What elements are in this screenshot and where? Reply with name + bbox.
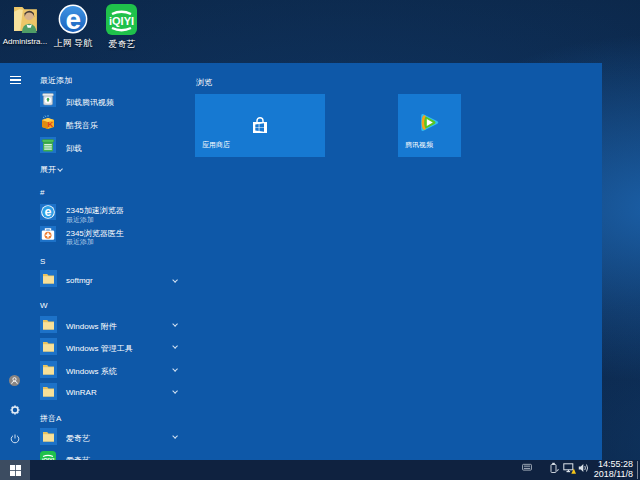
svg-text:iQIYI: iQIYI <box>109 15 134 27</box>
svg-text:K: K <box>48 120 54 129</box>
svg-text:e: e <box>45 205 52 219</box>
svg-text:e: e <box>65 4 81 34</box>
